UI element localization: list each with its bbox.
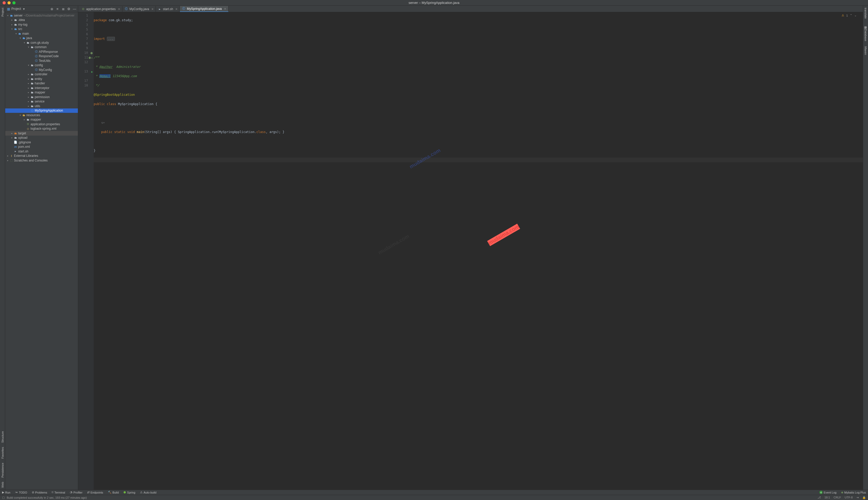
- maximize-window-icon[interactable]: [12, 1, 15, 4]
- tree-row[interactable]: ▸🖿mapper: [5, 117, 78, 122]
- close-tab-icon[interactable]: ×: [118, 7, 120, 11]
- tree-row[interactable]: ▾🖿src: [5, 27, 78, 32]
- sidebar-tab-persistence[interactable]: Persistence: [1, 461, 5, 479]
- indent-icon[interactable]: ⇥: [856, 496, 859, 499]
- tree-row[interactable]: ▾🖿java: [5, 36, 78, 41]
- tree-arrow-icon[interactable]: ▾: [14, 32, 18, 35]
- tree-row[interactable]: ◇logback-spring.xml: [5, 127, 78, 131]
- tool-autobuild[interactable]: ⚠Auto-build: [140, 491, 157, 494]
- tool-endpoints[interactable]: ⇄Endpoints: [87, 491, 103, 494]
- tree-arrow-icon[interactable]: ▸: [27, 100, 30, 103]
- sidebar-tab-maven[interactable]: Maven: [864, 44, 868, 57]
- tool-terminal[interactable]: ⌑Terminal: [52, 491, 65, 494]
- tree-row[interactable]: ▸🖿handler: [5, 81, 78, 86]
- editor-inspections[interactable]: ⚠ 1 ⌃ ⌄: [842, 14, 857, 17]
- sidebar-tab-project[interactable]: Project: [1, 6, 5, 19]
- tree-row[interactable]: ⒸTestUtils: [5, 58, 78, 63]
- expand-all-icon[interactable]: ≡: [56, 7, 59, 11]
- lock-icon[interactable]: 🔒: [862, 496, 866, 499]
- tree-arrow-icon[interactable]: ▾: [27, 46, 30, 48]
- tree-row[interactable]: ▸🖿entity: [5, 77, 78, 81]
- tree-row[interactable]: ▸🖿mapper: [5, 90, 78, 95]
- tree-arrow-icon[interactable]: ▾: [19, 37, 22, 39]
- editor-tab[interactable]: ▸start.sh×: [156, 6, 180, 12]
- sidebar-tab-translate[interactable]: translate: [864, 6, 868, 21]
- tree-row[interactable]: 📄.gitignore: [5, 140, 78, 145]
- tree-row[interactable]: ▸🖿upload: [5, 136, 78, 140]
- tree-arrow-icon[interactable]: ▸: [27, 78, 30, 80]
- tree-arrow-icon[interactable]: ▾: [19, 114, 22, 116]
- tree-row[interactable]: ▾🖿resources: [5, 113, 78, 117]
- sidebar-tab-favorites[interactable]: Favorites: [1, 445, 5, 461]
- close-tab-icon[interactable]: ×: [175, 7, 178, 11]
- editor-tab[interactable]: ⒸMyConfig.java×: [123, 6, 156, 12]
- tree-row[interactable]: ▾🖿common: [5, 45, 78, 50]
- tree-row[interactable]: ▸🖿utils: [5, 104, 78, 109]
- tool-problems[interactable]: ⊘Problems: [32, 491, 47, 494]
- tree-row[interactable]: ▾🖿server~/Downloads/mudaimaProject/serve…: [5, 13, 78, 18]
- close-window-icon[interactable]: [3, 1, 6, 4]
- tool-todo[interactable]: ≔TODO: [15, 491, 27, 494]
- editor-tab[interactable]: ⒸMySpringApplication.java×: [180, 6, 229, 12]
- tree-row[interactable]: ▸🖿.idea: [5, 18, 78, 23]
- sidebar-tab-pinyin[interactable]: 拼音: [863, 22, 868, 26]
- tree-row[interactable]: ▸🖿permission: [5, 95, 78, 99]
- tree-row[interactable]: ▸🖿interceptor: [5, 86, 78, 90]
- tree-arrow-icon[interactable]: ▾: [6, 14, 9, 17]
- tree-arrow-icon[interactable]: ▸: [27, 91, 30, 94]
- tree-row[interactable]: ⚙application.properties: [5, 122, 78, 127]
- tree-arrow-icon[interactable]: ▸: [6, 159, 9, 162]
- tree-arrow-icon[interactable]: ▸: [27, 73, 30, 76]
- collapse-all-icon[interactable]: ≣: [61, 7, 65, 11]
- prev-highlight-icon[interactable]: ⌃: [850, 14, 852, 17]
- tree-row[interactable]: ▸🖿service: [5, 99, 78, 104]
- tree-row[interactable]: ⒸMySpringApplication: [5, 109, 78, 113]
- line-separator[interactable]: CRLF: [834, 496, 841, 499]
- editor-tab[interactable]: ⚙application.properties×: [79, 6, 123, 12]
- tool-run[interactable]: ▶Run: [2, 491, 10, 494]
- tool-event-log[interactable]: 4Event Log: [819, 491, 837, 494]
- file-encoding[interactable]: UTF-8: [845, 496, 853, 499]
- tree-row[interactable]: ▸start.sh: [5, 149, 78, 154]
- tree-arrow-icon[interactable]: ▸: [27, 82, 30, 84]
- tree-arrow-icon[interactable]: ▸: [27, 87, 30, 89]
- close-tab-icon[interactable]: ×: [151, 7, 153, 11]
- sidebar-tab-database[interactable]: Database: [864, 27, 868, 43]
- hide-icon[interactable]: —: [73, 7, 76, 11]
- locate-icon[interactable]: ⊕: [50, 7, 54, 11]
- tool-spring[interactable]: ⬢Spring: [124, 491, 135, 494]
- tree-arrow-icon[interactable]: ▸: [27, 105, 30, 107]
- tree-row[interactable]: ▸🖿controller: [5, 72, 78, 77]
- minimize-window-icon[interactable]: [8, 1, 11, 4]
- import-fold[interactable]: ...: [107, 37, 115, 41]
- tree-row[interactable]: ⒸAPIResponse: [5, 49, 78, 54]
- cursor-position[interactable]: 18:1: [824, 496, 830, 499]
- next-highlight-icon[interactable]: ⌄: [854, 14, 857, 17]
- code-content[interactable]: package com.gk.study; import ... /** * @…: [94, 12, 863, 490]
- close-tab-icon[interactable]: ×: [224, 7, 226, 11]
- tree-row[interactable]: ▸⫴External Libraries: [5, 154, 78, 158]
- dropdown-arrow-icon[interactable]: ▾: [22, 7, 26, 11]
- sidebar-tab-web[interactable]: Web: [1, 480, 5, 490]
- tree-arrow-icon[interactable]: ▾: [10, 28, 13, 30]
- tree-arrow-icon[interactable]: ▸: [6, 155, 9, 157]
- tree-arrow-icon[interactable]: ▾: [27, 64, 30, 67]
- status-bar-icon[interactable]: ▢: [2, 496, 5, 499]
- git-branch-icon[interactable]: ⎇: [818, 496, 821, 499]
- tree-row[interactable]: ▸🖿target: [5, 131, 78, 136]
- tool-mybatis-log[interactable]: ◆Mybatis Log Plus: [841, 491, 866, 494]
- tree-row[interactable]: ▾🖿main: [5, 31, 78, 36]
- tree-arrow-icon[interactable]: ▸: [10, 136, 13, 139]
- editor-body[interactable]: 1235678910⬢11⬢▸1213▶1718 package com.gk.…: [78, 12, 863, 490]
- sidebar-tab-structure[interactable]: Structure: [1, 429, 5, 445]
- tree-row[interactable]: ▸⬚Scratches and Consoles: [5, 158, 78, 163]
- tree-row[interactable]: ⒸMyConfig: [5, 68, 78, 72]
- tree-arrow-icon[interactable]: ▸: [23, 118, 26, 121]
- tree-arrow-icon[interactable]: ▾: [23, 42, 26, 44]
- project-tree[interactable]: ▾🖿server~/Downloads/mudaimaProject/serve…: [5, 12, 78, 490]
- tree-arrow-icon[interactable]: ▸: [10, 132, 13, 135]
- tree-row[interactable]: mpom.xml: [5, 145, 78, 149]
- tree-arrow-icon[interactable]: ▸: [10, 23, 13, 26]
- tree-row[interactable]: ⒸResponeCode: [5, 54, 78, 59]
- tree-arrow-icon[interactable]: ▸: [27, 96, 30, 98]
